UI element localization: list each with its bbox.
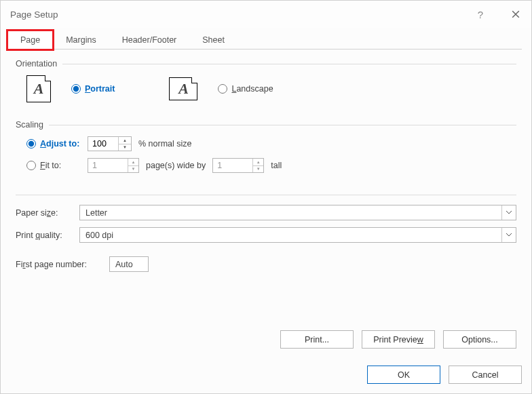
spinner-up-icon[interactable]: ▲ bbox=[253, 159, 263, 166]
chevron-down-icon[interactable] bbox=[501, 228, 516, 242]
print-preview-button[interactable]: Print Preview bbox=[362, 330, 435, 349]
ok-button[interactable]: OK bbox=[367, 366, 440, 384]
adjust-to-spinner[interactable]: ▲ ▼ bbox=[88, 136, 132, 151]
page-setup-dialog: Page Setup ? Page Margins Header/Footer … bbox=[0, 0, 532, 394]
fit-tall-value[interactable] bbox=[213, 159, 252, 172]
tab-bar: Page Margins Header/Footer Sheet bbox=[7, 31, 525, 50]
paper-size-value: Letter bbox=[86, 208, 501, 218]
tab-page-label: Page bbox=[20, 35, 40, 45]
paper-size-combo[interactable]: Letter bbox=[79, 205, 516, 220]
portrait-radio-input[interactable] bbox=[71, 84, 81, 94]
ok-button-label: OK bbox=[398, 370, 410, 380]
divider bbox=[16, 195, 516, 195]
action-buttons-row: Print... Print Preview Options... bbox=[16, 330, 516, 349]
spinner-down-icon[interactable]: ▼ bbox=[253, 166, 263, 173]
tab-page[interactable]: Page bbox=[7, 31, 53, 50]
tab-sheet[interactable]: Sheet bbox=[189, 31, 238, 50]
landscape-radio-input[interactable] bbox=[218, 84, 227, 94]
divider bbox=[49, 125, 516, 125]
portrait-doc-icon: A bbox=[26, 75, 51, 102]
spinner-down-icon[interactable]: ▼ bbox=[119, 144, 131, 151]
divider bbox=[62, 64, 516, 64]
portrait-radio-label: Portrait bbox=[85, 84, 115, 94]
adjust-to-radio-input[interactable] bbox=[26, 139, 36, 149]
fit-tall-label: tall bbox=[271, 161, 282, 170]
fit-to-radio[interactable]: Fit to: bbox=[26, 161, 81, 170]
tab-margins-label: Margins bbox=[66, 35, 96, 45]
tab-margins[interactable]: Margins bbox=[53, 31, 109, 50]
landscape-radio-label: Landscape bbox=[231, 84, 273, 94]
print-quality-row: Print quality: 600 dpi bbox=[16, 227, 516, 243]
close-button[interactable] bbox=[500, 1, 531, 28]
first-page-number-input[interactable]: Auto bbox=[109, 256, 149, 272]
print-quality-combo[interactable]: 600 dpi bbox=[79, 227, 516, 243]
print-preview-button-label: Print Preview bbox=[373, 335, 423, 344]
scaling-group: Scaling Adjust to: ▲ ▼ bbox=[16, 120, 516, 180]
help-button[interactable]: ? bbox=[465, 1, 496, 28]
options-button-label: Options... bbox=[461, 335, 498, 344]
fit-wide-label: page(s) wide by bbox=[146, 161, 206, 170]
fit-to-radio-input[interactable] bbox=[26, 161, 36, 170]
paper-size-label: Paper size: bbox=[16, 208, 79, 218]
cancel-button-label: Cancel bbox=[472, 370, 499, 380]
dialog-footer: OK Cancel bbox=[1, 361, 531, 393]
scaling-header: Scaling bbox=[16, 120, 43, 130]
cancel-button[interactable]: Cancel bbox=[449, 366, 522, 384]
title-bar: Page Setup ? bbox=[1, 1, 531, 28]
orientation-group: Orientation A Portrait A Landscape bbox=[16, 59, 516, 109]
tab-header-footer-label: Header/Footer bbox=[122, 35, 177, 45]
adjust-to-unit: % normal size bbox=[138, 139, 192, 149]
fit-to-radio-label: Fit to: bbox=[40, 161, 61, 170]
print-quality-value: 600 dpi bbox=[86, 231, 501, 240]
portrait-radio[interactable]: Portrait bbox=[71, 84, 115, 94]
first-page-number-value: Auto bbox=[115, 260, 133, 269]
chevron-down-icon[interactable] bbox=[501, 205, 516, 220]
window-title: Page Setup bbox=[10, 9, 465, 20]
adjust-to-radio-label: Adjust to: bbox=[40, 139, 79, 149]
options-button[interactable]: Options... bbox=[443, 330, 516, 349]
print-quality-label: Print quality: bbox=[16, 231, 79, 240]
adjust-to-radio[interactable]: Adjust to: bbox=[26, 139, 81, 149]
paper-size-row: Paper size: Letter bbox=[16, 205, 516, 220]
print-button-label: Print... bbox=[305, 335, 329, 344]
print-button[interactable]: Print... bbox=[280, 330, 354, 349]
first-page-number-row: First page number: Auto bbox=[16, 256, 516, 272]
tab-sheet-label: Sheet bbox=[202, 35, 225, 45]
fit-tall-spinner[interactable]: ▲ ▼ bbox=[212, 158, 264, 173]
spinner-up-icon[interactable]: ▲ bbox=[119, 137, 131, 144]
landscape-doc-icon: A bbox=[169, 77, 197, 100]
tab-header-footer[interactable]: Header/Footer bbox=[109, 31, 190, 50]
orientation-header: Orientation bbox=[16, 59, 57, 68]
fit-wide-spinner[interactable]: ▲ ▼ bbox=[88, 158, 139, 173]
adjust-to-value[interactable] bbox=[88, 137, 118, 151]
close-icon bbox=[512, 10, 520, 18]
tab-content: Orientation A Portrait A Landscape S bbox=[10, 49, 522, 354]
spinner-up-icon[interactable]: ▲ bbox=[128, 159, 138, 166]
fit-wide-value[interactable] bbox=[88, 159, 128, 172]
spinner-down-icon[interactable]: ▼ bbox=[128, 166, 138, 173]
landscape-radio[interactable]: Landscape bbox=[218, 84, 273, 94]
first-page-number-label: First page number: bbox=[16, 260, 102, 269]
